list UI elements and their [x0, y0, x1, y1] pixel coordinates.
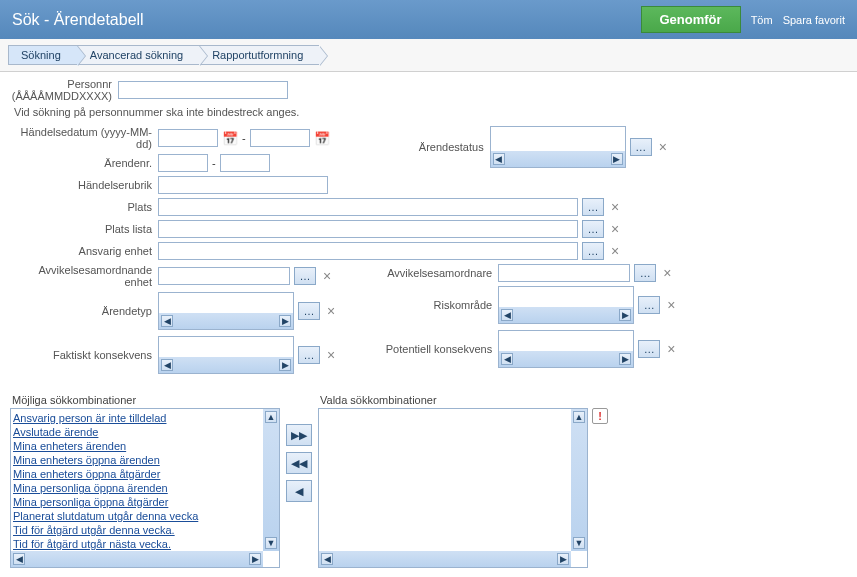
- date-to-input[interactable]: [250, 129, 310, 147]
- combination-lists: Möjliga sökkombinationer Ansvarig person…: [0, 384, 857, 577]
- plats-lista-clear-button[interactable]: ×: [608, 221, 622, 237]
- page-header: Sök - Ärendetabell Genomför Töm Spara fa…: [0, 0, 857, 39]
- riskomrade-select[interactable]: ◀ ▶: [498, 286, 634, 324]
- calendar-to-icon[interactable]: 📅: [314, 130, 330, 146]
- avvikelse-ordnare-lookup-button[interactable]: …: [634, 264, 656, 282]
- avvikelse-ordnare-input[interactable]: [498, 264, 630, 282]
- clear-link[interactable]: Töm: [751, 14, 773, 26]
- list-item[interactable]: Planerat slutdatum utgår denna vecka: [13, 509, 261, 523]
- list-item[interactable]: Tid för åtgärd utgår nästa vecka.: [13, 537, 261, 551]
- page-title: Sök - Ärendetabell: [12, 11, 641, 29]
- arendestatus-clear-button[interactable]: ×: [656, 139, 670, 155]
- arendenr-to-input[interactable]: [220, 154, 270, 172]
- avvikelse-ordnare-label: Avvikelsesamordnare: [368, 267, 498, 279]
- breadcrumb: Sökning Avancerad sökning Rapportutformn…: [0, 39, 857, 72]
- date-from-input[interactable]: [158, 129, 218, 147]
- personnr-input[interactable]: [118, 81, 288, 99]
- arendestatus-lookup-button[interactable]: …: [630, 138, 652, 156]
- handelsedatum-label: Händelsedatum (yyyy-MM-dd): [10, 126, 158, 150]
- arendenr-from-input[interactable]: [158, 154, 208, 172]
- avvikelse-enhet-clear-button[interactable]: ×: [320, 268, 334, 284]
- scroll-left-icon[interactable]: ◀: [493, 153, 505, 165]
- arendetyp-select[interactable]: ◀ ▶: [158, 292, 294, 330]
- plats-lista-label: Plats lista: [10, 223, 158, 235]
- plats-input[interactable]: [158, 198, 578, 216]
- faktiskt-clear-button[interactable]: ×: [324, 347, 338, 363]
- move-all-left-button[interactable]: ◀◀: [286, 452, 312, 474]
- ansvarig-enhet-clear-button[interactable]: ×: [608, 243, 622, 259]
- faktiskt-select[interactable]: ◀ ▶: [158, 336, 294, 374]
- list-item[interactable]: Tid för åtgärd utgår denna vecka.: [13, 523, 261, 537]
- ansvarig-enhet-label: Ansvarig enhet: [10, 245, 158, 257]
- calendar-from-icon[interactable]: 📅: [222, 130, 238, 146]
- arendetyp-lookup-button[interactable]: …: [298, 302, 320, 320]
- avvikelse-ordnare-clear-button[interactable]: ×: [660, 265, 674, 281]
- faktiskt-label: Faktiskt konsekvens: [10, 349, 158, 361]
- warning-icon[interactable]: !: [592, 408, 608, 424]
- move-left-button[interactable]: ◀: [286, 480, 312, 502]
- plats-lookup-button[interactable]: …: [582, 198, 604, 216]
- valda-title: Valda sökkombinationer: [320, 394, 608, 406]
- list-item[interactable]: Avslutade ärende: [13, 425, 261, 439]
- arendetyp-clear-button[interactable]: ×: [324, 303, 338, 319]
- scroll-right-icon[interactable]: ▶: [611, 153, 623, 165]
- potentiell-label: Potentiell konsekvens: [368, 343, 498, 355]
- handelserubrik-input[interactable]: [158, 176, 328, 194]
- riskomrade-lookup-button[interactable]: …: [638, 296, 660, 314]
- list-item[interactable]: Mina enheters ärenden: [13, 439, 261, 453]
- tab-rapport[interactable]: Rapportutformning: [199, 45, 319, 65]
- submit-button[interactable]: Genomför: [641, 6, 741, 33]
- plats-lista-lookup-button[interactable]: …: [582, 220, 604, 238]
- plats-clear-button[interactable]: ×: [608, 199, 622, 215]
- ansvarig-enhet-input[interactable]: [158, 242, 578, 260]
- ansvarig-enhet-lookup-button[interactable]: …: [582, 242, 604, 260]
- scroll-up-icon[interactable]: ▲: [265, 411, 277, 423]
- avvikelse-enhet-label: Avvikelsesamordnande enhet: [10, 264, 158, 288]
- handelserubrik-label: Händelserubrik: [10, 179, 158, 191]
- arendestatus-select[interactable]: ◀ ▶: [490, 126, 626, 168]
- arendestatus-label: Ärendestatus: [360, 141, 490, 153]
- personnr-label: Personnr (ÅÅÅÅMMDDXXXX): [10, 78, 118, 102]
- arendetyp-label: Ärendetyp: [10, 305, 158, 317]
- move-all-right-button[interactable]: ▶▶: [286, 424, 312, 446]
- list-item[interactable]: Mina personliga öppna ärenden: [13, 481, 261, 495]
- list-item[interactable]: Mina enheters öppna åtgärder: [13, 467, 261, 481]
- arendenr-label: Ärendenr.: [10, 157, 158, 169]
- tab-avancerad[interactable]: Avancerad sökning: [77, 45, 199, 65]
- avvikelse-enhet-lookup-button[interactable]: …: [294, 267, 316, 285]
- riskomrade-label: Riskområde: [368, 299, 498, 311]
- mojliga-listbox[interactable]: Ansvarig person är inte tilldeladAvsluta…: [10, 408, 280, 568]
- plats-lista-input[interactable]: [158, 220, 578, 238]
- mojliga-title: Möjliga sökkombinationer: [12, 394, 280, 406]
- potentiell-clear-button[interactable]: ×: [664, 341, 678, 357]
- dash-label: -: [242, 132, 246, 144]
- riskomrade-clear-button[interactable]: ×: [664, 297, 678, 313]
- transfer-buttons: ▶▶ ◀◀ ◀: [286, 424, 312, 502]
- faktiskt-lookup-button[interactable]: …: [298, 346, 320, 364]
- save-favorite-link[interactable]: Spara favorit: [783, 14, 845, 26]
- list-item[interactable]: Mina personliga öppna åtgärder: [13, 495, 261, 509]
- list-item[interactable]: Mina enheters öppna ärenden: [13, 453, 261, 467]
- potentiell-select[interactable]: ◀ ▶: [498, 330, 634, 368]
- valda-listbox[interactable]: ▲ ▼ ◀ ▶: [318, 408, 588, 568]
- potentiell-lookup-button[interactable]: …: [638, 340, 660, 358]
- search-form: Personnr (ÅÅÅÅMMDDXXXX) Vid sökning på p…: [0, 72, 857, 384]
- tab-sokning[interactable]: Sökning: [8, 45, 77, 65]
- plats-label: Plats: [10, 201, 158, 213]
- list-item[interactable]: Ansvarig person är inte tilldelad: [13, 411, 261, 425]
- personnr-note: Vid sökning på personnummer ska inte bin…: [14, 106, 847, 118]
- avvikelse-enhet-input[interactable]: [158, 267, 290, 285]
- scroll-down-icon[interactable]: ▼: [265, 537, 277, 549]
